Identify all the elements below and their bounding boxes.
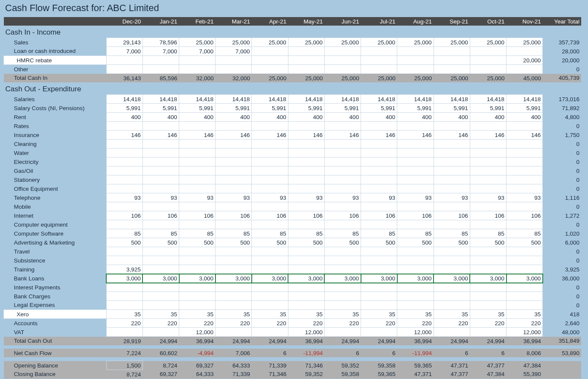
value-cell[interactable]: [288, 256, 324, 265]
value-cell[interactable]: [106, 202, 143, 211]
value-cell[interactable]: 400: [361, 113, 397, 122]
value-cell[interactable]: 5,991: [506, 104, 543, 113]
value-cell[interactable]: [106, 292, 143, 301]
value-cell[interactable]: [506, 301, 543, 310]
value-cell[interactable]: [506, 157, 543, 166]
value-cell[interactable]: 146: [179, 131, 215, 140]
value-cell[interactable]: [252, 65, 288, 74]
value-cell[interactable]: [434, 283, 470, 292]
value-cell[interactable]: 93: [434, 193, 470, 202]
value-cell[interactable]: 85: [215, 229, 252, 238]
value-cell[interactable]: 25,000: [179, 38, 215, 47]
value-cell[interactable]: 3,000: [106, 274, 143, 283]
value-cell[interactable]: 93: [470, 193, 506, 202]
value-cell[interactable]: [397, 184, 434, 193]
value-cell[interactable]: [106, 65, 143, 74]
value-cell[interactable]: [470, 301, 506, 310]
value-cell[interactable]: 220: [506, 319, 543, 328]
value-cell[interactable]: 85: [179, 229, 215, 238]
value-cell[interactable]: [143, 56, 179, 65]
value-cell[interactable]: 146: [252, 131, 288, 140]
value-cell[interactable]: [434, 247, 470, 256]
value-cell[interactable]: [143, 301, 179, 310]
value-cell[interactable]: [434, 220, 470, 229]
value-cell[interactable]: [324, 202, 361, 211]
value-cell[interactable]: [106, 220, 143, 229]
value-cell[interactable]: [470, 65, 506, 74]
value-cell[interactable]: 500: [397, 238, 434, 247]
value-cell[interactable]: 146: [506, 131, 543, 140]
value-cell[interactable]: 220: [288, 319, 324, 328]
value-cell[interactable]: [434, 65, 470, 74]
value-cell[interactable]: 106: [397, 211, 434, 220]
value-cell[interactable]: [106, 283, 143, 292]
value-cell[interactable]: [434, 140, 470, 149]
value-cell[interactable]: [397, 292, 434, 301]
value-cell[interactable]: [361, 122, 397, 131]
value-cell[interactable]: [143, 265, 179, 274]
value-cell[interactable]: [106, 166, 143, 175]
value-cell[interactable]: [434, 157, 470, 166]
value-cell[interactable]: 5,991: [361, 104, 397, 113]
value-cell[interactable]: 220: [397, 319, 434, 328]
value-cell[interactable]: [106, 247, 143, 256]
value-cell[interactable]: [434, 184, 470, 193]
value-cell[interactable]: 220: [324, 319, 361, 328]
value-cell[interactable]: 146: [106, 131, 143, 140]
value-cell[interactable]: [506, 283, 543, 292]
value-cell[interactable]: [143, 247, 179, 256]
value-cell[interactable]: 500: [324, 238, 361, 247]
value-cell[interactable]: 35: [252, 310, 288, 319]
value-cell[interactable]: [215, 292, 252, 301]
value-cell[interactable]: [324, 265, 361, 274]
value-cell[interactable]: 3,000: [324, 274, 361, 283]
value-cell[interactable]: 106: [252, 211, 288, 220]
value-cell[interactable]: [252, 202, 288, 211]
value-cell[interactable]: [288, 149, 324, 157]
value-cell[interactable]: [143, 328, 179, 337]
value-cell[interactable]: [143, 166, 179, 175]
value-cell[interactable]: [470, 292, 506, 301]
value-cell[interactable]: 3,000: [434, 274, 470, 283]
value-cell[interactable]: 85: [106, 229, 143, 238]
value-cell[interactable]: 3,925: [106, 265, 143, 274]
value-cell[interactable]: [434, 47, 470, 56]
value-cell[interactable]: 12,000: [397, 328, 434, 337]
value-cell[interactable]: 14,418: [252, 95, 288, 104]
value-cell[interactable]: [324, 283, 361, 292]
value-cell[interactable]: [361, 166, 397, 175]
value-cell[interactable]: [143, 65, 179, 74]
value-cell[interactable]: [288, 265, 324, 274]
value-cell[interactable]: 220: [252, 319, 288, 328]
value-cell[interactable]: [143, 202, 179, 211]
value-cell[interactable]: [179, 56, 215, 65]
value-cell[interactable]: 3,000: [506, 274, 543, 283]
value-cell[interactable]: [470, 56, 506, 65]
value-cell[interactable]: 146: [143, 131, 179, 140]
value-cell[interactable]: 106: [179, 211, 215, 220]
value-cell[interactable]: [252, 220, 288, 229]
value-cell[interactable]: 5,991: [397, 104, 434, 113]
value-cell[interactable]: 93: [179, 193, 215, 202]
value-cell[interactable]: 500: [470, 238, 506, 247]
value-cell[interactable]: [470, 140, 506, 149]
value-cell[interactable]: 400: [470, 113, 506, 122]
value-cell[interactable]: 35: [179, 310, 215, 319]
value-cell[interactable]: [252, 166, 288, 175]
value-cell[interactable]: 400: [324, 113, 361, 122]
value-cell[interactable]: [361, 256, 397, 265]
value-cell[interactable]: [324, 247, 361, 256]
value-cell[interactable]: [288, 247, 324, 256]
value-cell[interactable]: 220: [361, 319, 397, 328]
value-cell[interactable]: [324, 256, 361, 265]
value-cell[interactable]: 3,000: [215, 274, 252, 283]
value-cell[interactable]: [361, 328, 397, 337]
value-cell[interactable]: 20,000: [506, 56, 543, 65]
value-cell[interactable]: [434, 122, 470, 131]
value-cell[interactable]: 85: [506, 229, 543, 238]
value-cell[interactable]: 146: [288, 131, 324, 140]
value-cell[interactable]: 93: [288, 193, 324, 202]
value-cell[interactable]: 85: [470, 229, 506, 238]
value-cell[interactable]: [143, 175, 179, 184]
value-cell[interactable]: [361, 184, 397, 193]
